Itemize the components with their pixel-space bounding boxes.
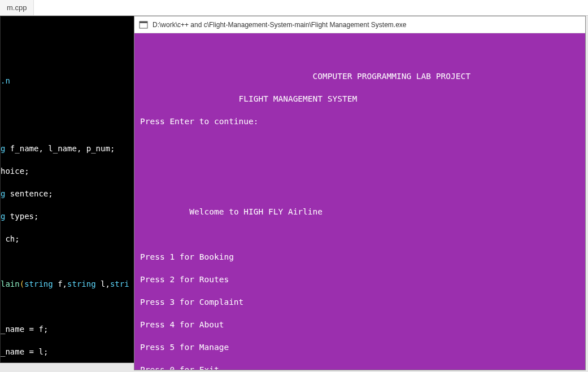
console-prompt: Press Enter to continue: bbox=[140, 117, 259, 126]
tab-label: m.cpp bbox=[7, 3, 27, 12]
menu-option-2: Press 2 for Routes bbox=[140, 275, 229, 284]
menu-option-1: Press 1 for Booking bbox=[140, 252, 234, 261]
svg-rect-1 bbox=[140, 21, 147, 23]
console-output[interactable]: COMPUTER PROGRAMMING LAB PROJECT FLIGHT … bbox=[134, 33, 585, 370]
menu-option-0: Press 0 for Exit bbox=[140, 365, 219, 370]
console-window: D:\work\c++ and c\Flight-Management-Syst… bbox=[134, 16, 586, 370]
tab-bar: m.cpp bbox=[0, 0, 588, 16]
console-heading-1: COMPUTER PROGRAMMING LAB PROJECT bbox=[313, 72, 471, 81]
console-app-icon bbox=[139, 20, 148, 29]
console-titlebar[interactable]: D:\work\c++ and c\Flight-Management-Syst… bbox=[134, 16, 585, 33]
file-tab[interactable]: m.cpp bbox=[0, 0, 34, 15]
main-area: .n g f_name, l_name, p_num; hoice; g sen… bbox=[0, 16, 588, 372]
menu-option-5: Press 5 for Manage bbox=[140, 343, 229, 352]
code-editor[interactable]: .n g f_name, l_name, p_num; hoice; g sen… bbox=[0, 16, 134, 363]
menu-option-3: Press 3 for Complaint bbox=[140, 297, 243, 307]
console-heading-2: FLIGHT MANAGEMENT SYSTEM bbox=[239, 94, 358, 103]
console-title-text: D:\work\c++ and c\Flight-Management-Syst… bbox=[153, 21, 407, 29]
menu-option-4: Press 4 for About bbox=[140, 320, 224, 329]
console-welcome: Welcome to HIGH FLY Airline bbox=[189, 207, 323, 216]
